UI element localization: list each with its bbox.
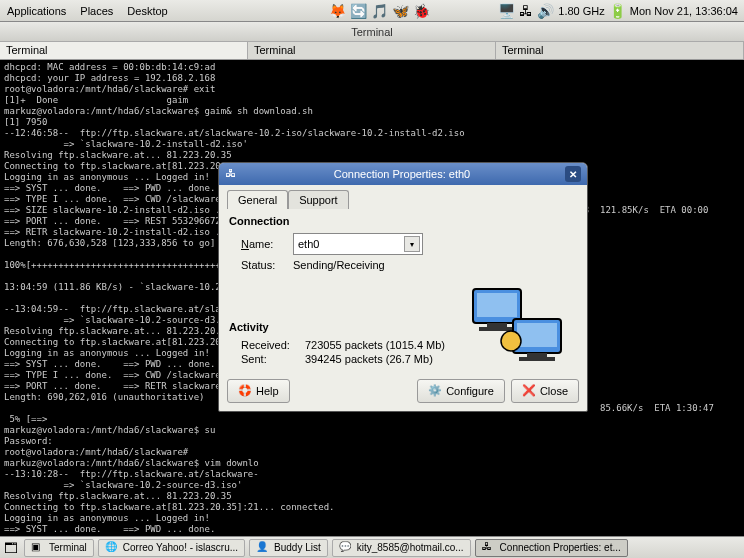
dialog-titlebar[interactable]: 🖧 Connection Properties: eth0 ✕ [219,163,587,185]
terminal-titlebar[interactable]: Terminal [0,22,744,42]
terminal-title: Terminal [351,26,393,38]
connection-properties-dialog: 🖧 Connection Properties: eth0 ✕ General … [218,162,588,412]
system-tray: 🦊 🔄 🎵 🦋 🐞 🖥️ 🖧 🔊 1.80 GHz 🔋 Mon Nov 21, … [329,3,744,19]
task-label: Connection Properties: et... [500,542,621,553]
butterfly-icon[interactable]: 🦋 [392,3,409,19]
label-name: Name: [241,238,293,250]
firefox-icon[interactable]: 🦊 [329,3,346,19]
task-yahoo[interactable]: 🌐 Correo Yahoo! - islascru... [98,539,245,557]
task-connection-properties[interactable]: 🖧 Connection Properties: et... [475,539,628,557]
svg-rect-2 [487,323,507,327]
chat-icon: 💬 [339,541,353,555]
configure-button[interactable]: ⚙️ Configure [417,379,505,403]
task-label: Terminal [49,542,87,553]
terminal-tab-2[interactable]: Terminal [496,42,744,59]
music-icon[interactable]: 🎵 [371,3,388,19]
update-icon[interactable]: 🔄 [350,3,367,19]
tab-general[interactable]: General [227,190,288,209]
menu-desktop[interactable]: Desktop [120,5,174,17]
help-button[interactable]: 🛟 Help [227,379,290,403]
buddy-icon: 👤 [256,541,270,555]
terminal-icon: ▣ [31,541,45,555]
section-connection: Connection [229,215,579,227]
dialog-body: General Support Connection Name: eth0 ▾ … [219,185,587,411]
task-label: kity_8585@hotmail.co... [357,542,464,553]
cpu-indicator: 1.80 GHz [558,5,604,17]
help-button-label: Help [256,385,279,397]
dialog-title-text: Connection Properties: eth0 [239,168,565,180]
close-icon: ❌ [522,384,536,398]
close-button[interactable]: ❌ Close [511,379,579,403]
received-value: 723055 packets (1015.4 Mb) [305,339,445,351]
network-graphic-icon [467,285,567,371]
task-label: Correo Yahoo! - islascru... [123,542,238,553]
monitor-icon[interactable]: 🖥️ [498,3,515,19]
dialog-close-button[interactable]: ✕ [565,166,581,182]
clock[interactable]: Mon Nov 21, 13:36:04 [630,5,738,17]
task-chat[interactable]: 💬 kity_8585@hotmail.co... [332,539,471,557]
close-button-label: Close [540,385,568,397]
network-icon: 🖧 [482,541,496,555]
top-panel: Applications Places Desktop 🦊 🔄 🎵 🦋 🐞 🖥️… [0,0,744,22]
svg-rect-7 [519,357,555,361]
terminal-tab-1[interactable]: Terminal [248,42,496,59]
bottom-taskbar: 🗔 ▣ Terminal 🌐 Correo Yahoo! - islascru.… [0,536,744,558]
dialog-button-row: 🛟 Help ⚙️ Configure ❌ Close [227,379,579,403]
show-desktop-icon[interactable]: 🗔 [4,540,18,556]
dialog-app-icon: 🖧 [225,167,239,181]
tray-icon-generic[interactable] [175,3,191,19]
task-buddylist[interactable]: 👤 Buddy List [249,539,328,557]
task-terminal[interactable]: ▣ Terminal [24,539,94,557]
interface-name-value: eth0 [298,238,319,250]
browser-icon: 🌐 [105,541,119,555]
svg-rect-1 [477,293,517,317]
volume-icon[interactable]: 🔊 [537,3,554,19]
svg-point-8 [501,331,521,351]
battery-icon[interactable]: 🔋 [609,3,626,19]
terminal-tab-0[interactable]: Terminal [0,42,248,59]
help-icon: 🛟 [238,384,252,398]
network-icon[interactable]: 🖧 [519,3,533,19]
tab-support[interactable]: Support [288,190,349,209]
menu-applications[interactable]: Applications [0,5,73,17]
label-sent: Sent: [241,353,305,365]
gear-icon: ⚙️ [428,384,442,398]
menu-places[interactable]: Places [73,5,120,17]
terminal-tabs: Terminal Terminal Terminal [0,42,744,60]
task-label: Buddy List [274,542,321,553]
svg-rect-6 [527,353,547,357]
bug-icon[interactable]: 🐞 [413,3,430,19]
label-status: Status: [241,259,293,271]
label-received: Received: [241,339,305,351]
svg-rect-5 [517,323,557,347]
interface-name-select[interactable]: eth0 ▾ [293,233,423,255]
dialog-tabs: General Support [227,190,579,209]
configure-button-label: Configure [446,385,494,397]
sent-value: 394245 packets (26.7 Mb) [305,353,433,365]
chevron-down-icon[interactable]: ▾ [404,236,420,252]
status-value: Sending/Receiving [293,259,385,271]
